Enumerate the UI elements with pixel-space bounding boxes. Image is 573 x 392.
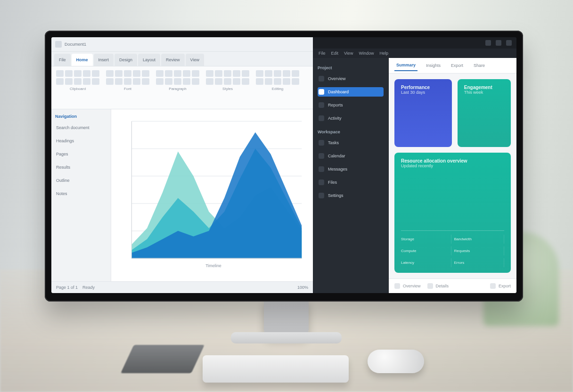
card-grid: Storage Bandwidth Compute Requests Laten… (401, 230, 504, 267)
chart-xlabel: Timeline (205, 263, 221, 268)
panel-tab-share[interactable]: Share (472, 60, 487, 71)
right-menu-bar: File Edit View Window Help (313, 49, 516, 58)
tab-review[interactable]: Review (161, 54, 185, 66)
status-zoom[interactable]: 100% (297, 285, 308, 290)
ribbon: Clipboard Font Paragraph Styles (51, 66, 313, 109)
card-performance[interactable]: Performance Last 30 days (394, 79, 452, 147)
menu-file[interactable]: File (319, 51, 326, 56)
menu-window[interactable]: Window (359, 51, 374, 56)
left-ribbon-tabs: File Home Insert Design Layout Review Vi… (51, 52, 313, 66)
footer-overview[interactable]: Overview (394, 283, 421, 289)
maximize-icon[interactable] (496, 40, 501, 46)
card-title: Resource allocation overview (401, 158, 504, 163)
menu-view[interactable]: View (344, 51, 353, 56)
left-titlebar: Document1 (51, 37, 313, 52)
sidebar-item[interactable]: Outline (55, 176, 107, 185)
square-icon (319, 193, 324, 198)
sidebar-item-overview[interactable]: Overview (318, 74, 384, 83)
card-resources[interactable]: Resource allocation overview Updated rec… (394, 153, 511, 273)
minimize-icon[interactable] (485, 40, 491, 46)
menu-edit[interactable]: Edit (331, 51, 339, 56)
left-title: Document1 (65, 42, 86, 47)
sidebar-item[interactable]: Notes (55, 189, 107, 198)
sidebar-item-settings[interactable]: Settings (318, 191, 384, 200)
right-panel: Summary Insights Export Share Performanc… (389, 58, 516, 293)
ribbon-group-paragraph[interactable]: Paragraph (156, 70, 199, 105)
square-icon (319, 140, 324, 146)
app-icon (55, 41, 62, 48)
sidebar-item-activity[interactable]: Activity (318, 114, 384, 123)
square-icon (319, 166, 324, 172)
square-icon (490, 283, 496, 289)
menu-help[interactable]: Help (379, 51, 388, 56)
ribbon-group-styles[interactable]: Styles (206, 70, 249, 105)
right-sidebar: Project Overview Dashboard Reports Activ… (313, 58, 389, 293)
square-icon (319, 89, 324, 95)
panel-footer: Overview Details Export (389, 278, 516, 293)
tab-home[interactable]: Home (72, 54, 93, 66)
panel-tabs: Summary Insights Export Share (389, 58, 516, 74)
chart-canvas: Timeline (111, 109, 313, 281)
square-icon (394, 283, 400, 289)
status-bar: Page 1 of 1 Ready 100% (51, 281, 313, 293)
tab-view[interactable]: View (186, 54, 204, 66)
left-app-window: Document1 File Home Insert Design Layout… (51, 37, 313, 293)
status-ready: Ready (82, 285, 95, 290)
card-engagement[interactable]: Engagement This week (458, 79, 511, 147)
left-sidebar: Navigation Search document Headings Page… (51, 109, 111, 281)
sidebar-item[interactable]: Headings (55, 137, 107, 145)
square-icon (319, 102, 324, 108)
sidebar-item-tasks[interactable]: Tasks (318, 138, 384, 147)
panel-tab-export[interactable]: Export (449, 60, 465, 71)
sidebar-item-files[interactable]: Files (318, 178, 384, 187)
card-title: Performance (401, 85, 445, 90)
sidebar-item-reports[interactable]: Reports (318, 100, 384, 110)
card-title: Engagement (464, 85, 504, 90)
square-icon (319, 115, 324, 121)
left-sidebar-heading: Navigation (55, 114, 107, 119)
right-app-window: File Edit View Window Help Project Overv… (313, 37, 516, 293)
sidebar-item[interactable]: Results (55, 163, 107, 172)
sidebar-section: Project (318, 65, 384, 70)
card-subtitle: This week (464, 90, 504, 95)
square-icon (319, 180, 324, 185)
footer-details[interactable]: Details (427, 283, 449, 289)
panel-tab-summary[interactable]: Summary (394, 60, 417, 71)
card-subtitle: Updated recently (401, 163, 504, 168)
tab-design[interactable]: Design (115, 54, 137, 66)
tab-layout[interactable]: Layout (138, 54, 160, 66)
ribbon-group-clipboard[interactable]: Clipboard (56, 70, 99, 105)
area-chart (123, 118, 304, 270)
sidebar-item[interactable]: Pages (55, 150, 107, 158)
tab-insert[interactable]: Insert (94, 54, 114, 66)
sidebar-item-messages[interactable]: Messages (318, 164, 384, 174)
footer-export[interactable]: Export (490, 283, 511, 289)
tab-file[interactable]: File (54, 54, 71, 66)
sidebar-item-dashboard[interactable]: Dashboard (318, 87, 384, 97)
sidebar-item-calendar[interactable]: Calendar (318, 151, 384, 161)
square-icon (427, 283, 433, 289)
card-subtitle: Last 30 days (401, 90, 445, 95)
close-icon[interactable] (506, 40, 512, 46)
left-sidebar-sub: Search document (55, 123, 107, 132)
panel-tab-insights[interactable]: Insights (424, 60, 442, 71)
sidebar-section: Workspace (318, 130, 384, 134)
square-icon (319, 153, 324, 159)
status-page: Page 1 of 1 (56, 285, 78, 290)
ribbon-group-editing[interactable]: Editing (256, 70, 299, 105)
right-titlebar (313, 37, 516, 49)
ribbon-group-font[interactable]: Font (106, 70, 149, 105)
square-icon (319, 76, 324, 82)
